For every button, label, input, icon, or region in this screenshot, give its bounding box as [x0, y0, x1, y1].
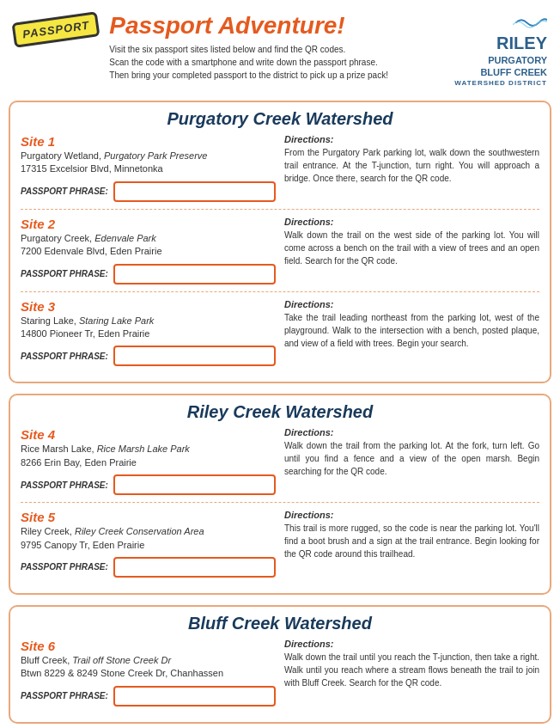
- site-number-0: Site 1: [21, 134, 276, 149]
- passport-phrase-label-1: PASSPORT PHRASE:: [21, 269, 108, 278]
- passport-badge: PASSPORT: [11, 11, 100, 48]
- site-number-0: Site 4: [21, 427, 276, 442]
- passport-phrase-label-0: PASSPORT PHRASE:: [21, 480, 108, 490]
- site-left-site2: Site 2Purgatory Creek, Edenvale Park7200…: [21, 217, 276, 284]
- site-number-1: Site 2: [21, 217, 276, 231]
- passport-phrase-input-0[interactable]: [113, 686, 276, 707]
- passport-phrase-input-0[interactable]: [113, 474, 276, 495]
- site-address-0: 8266 Erin Bay, Eden Prairie: [21, 456, 276, 469]
- directions-text-2: Take the trail leading northeast from th…: [284, 311, 539, 350]
- logo-bluff-creek: BLUFF CREEK: [454, 66, 547, 78]
- site-right-0: Directions:From the Purgatory Park parki…: [284, 134, 539, 202]
- directions-label-0: Directions:: [284, 427, 539, 437]
- passport-phrase-row-2: PASSPORT PHRASE:: [21, 346, 276, 366]
- site-right-0: Directions:Walk down the trail until you…: [284, 639, 539, 707]
- header: PASSPORT Passport Adventure! Visit the s…: [9, 9, 551, 92]
- site-row-site1: Site 1Purgatory Wetland, Purgatory Park …: [21, 134, 539, 210]
- site-number-0: Site 6: [21, 639, 276, 653]
- sites-container-purgatory: Site 1Purgatory Wetland, Purgatory Park …: [10, 134, 550, 373]
- passport-phrase-input-0[interactable]: [113, 181, 276, 202]
- site-name-1: Riley Creek, Riley Creek Conservation Ar…: [21, 525, 276, 538]
- site-right-2: Directions:Take the trail leading northe…: [284, 299, 539, 367]
- subtitle-line1: Visit the six passport sites listed belo…: [109, 45, 345, 54]
- directions-label-1: Directions:: [284, 217, 539, 227]
- site-name-0: Rice Marsh Lake, Rice Marsh Lake Park: [21, 443, 276, 456]
- site-address-0: 17315 Excelsior Blvd, Minnetonka: [21, 162, 276, 175]
- site-name-1: Purgatory Creek, Edenvale Park: [21, 232, 276, 245]
- watershed-title-bluff: Bluff Creek Watershed: [10, 607, 550, 639]
- directions-text-0: From the Purgatory Park parking lot, wal…: [284, 146, 539, 185]
- sites-container-riley: Site 4Rice Marsh Lake, Rice Marsh Lake P…: [10, 427, 550, 584]
- directions-label-0: Directions:: [284, 639, 539, 649]
- passport-phrase-input-2[interactable]: [113, 346, 276, 366]
- subtitle-line3: Then bring your completed passport to th…: [109, 70, 388, 80]
- logo-riley: RILEY: [454, 32, 547, 54]
- site-number-2: Site 3: [21, 299, 276, 314]
- site-right-1: Directions:This trail is more rugged, so…: [284, 510, 539, 578]
- directions-text-1: This trail is more rugged, so the code i…: [284, 522, 539, 560]
- logo-text: RILEY PURGATORY BLUFF CREEK WATERSHED DI…: [454, 32, 547, 88]
- watershed-section-bluff: Bluff Creek WatershedSite 6Bluff Creek, …: [9, 605, 551, 724]
- site-name-0: Purgatory Wetland, Purgatory Park Preser…: [21, 150, 276, 162]
- site-right-1: Directions:Walk down the trail on the we…: [284, 217, 539, 284]
- directions-label-2: Directions:: [284, 299, 539, 309]
- passport-phrase-label-0: PASSPORT PHRASE:: [21, 187, 108, 196]
- passport-phrase-row-0: PASSPORT PHRASE:: [21, 686, 276, 707]
- watershed-section-riley: Riley Creek WatershedSite 4Rice Marsh La…: [9, 394, 551, 595]
- sites-container-bluff: Site 6Bluff Creek, Trail off Stone Creek…: [10, 639, 550, 713]
- site-name-2: Staring Lake, Staring Lake Park: [21, 315, 276, 327]
- header-center: Passport Adventure! Visit the six passpo…: [109, 13, 453, 82]
- passport-phrase-input-1[interactable]: [113, 264, 276, 284]
- header-subtitle: Visit the six passport sites listed belo…: [109, 43, 453, 82]
- logo-purgatory: PURGATORY: [454, 54, 547, 66]
- site-left-site1: Site 1Purgatory Wetland, Purgatory Park …: [21, 134, 276, 202]
- site-row-site4: Site 4Rice Marsh Lake, Rice Marsh Lake P…: [21, 427, 539, 503]
- directions-label-0: Directions:: [284, 134, 539, 144]
- site-left-site3: Site 3Staring Lake, Staring Lake Park148…: [21, 299, 276, 367]
- site-row-site2: Site 2Purgatory Creek, Edenvale Park7200…: [21, 217, 539, 292]
- logo-watershed: WATERSHED DISTRICT: [454, 79, 547, 88]
- passport-phrase-label-0: PASSPORT PHRASE:: [21, 691, 108, 700]
- subtitle-line2: Scan the code with a smartphone and writ…: [109, 58, 377, 67]
- page: PASSPORT Passport Adventure! Visit the s…: [0, 0, 560, 728]
- passport-phrase-row-1: PASSPORT PHRASE:: [21, 557, 276, 578]
- passport-phrase-label-2: PASSPORT PHRASE:: [21, 352, 108, 361]
- site-left-site4: Site 4Rice Marsh Lake, Rice Marsh Lake P…: [21, 427, 276, 495]
- logo-wave-icon: [513, 13, 547, 30]
- header-title: Passport Adventure!: [109, 13, 453, 40]
- directions-text-0: Walk down the trail from the parking lot…: [284, 439, 539, 478]
- site-row-site5: Site 5Riley Creek, Riley Creek Conservat…: [21, 510, 539, 584]
- watershed-section-purgatory: Purgatory Creek WatershedSite 1Purgatory…: [9, 101, 551, 383]
- passport-phrase-input-1[interactable]: [113, 557, 276, 578]
- site-row-site6: Site 6Bluff Creek, Trail off Stone Creek…: [21, 639, 539, 713]
- site-name-0: Bluff Creek, Trail off Stone Creek Dr: [21, 654, 276, 667]
- passport-phrase-label-1: PASSPORT PHRASE:: [21, 562, 108, 572]
- sections-container: Purgatory Creek WatershedSite 1Purgatory…: [9, 101, 551, 724]
- directions-text-1: Walk down the trail on the west side of …: [284, 229, 539, 267]
- directions-label-1: Directions:: [284, 510, 539, 520]
- site-left-site5: Site 5Riley Creek, Riley Creek Conservat…: [21, 510, 276, 578]
- header-logo: RILEY PURGATORY BLUFF CREEK WATERSHED DI…: [453, 13, 547, 88]
- site-address-1: 7200 Edenvale Blvd, Eden Prairie: [21, 245, 276, 258]
- passport-phrase-row-0: PASSPORT PHRASE:: [21, 474, 276, 495]
- site-address-2: 14800 Pioneer Tr, Eden Prairie: [21, 327, 276, 340]
- site-right-0: Directions:Walk down the trail from the …: [284, 427, 539, 495]
- watershed-title-riley: Riley Creek Watershed: [10, 395, 550, 427]
- site-address-0: Btwn 8229 & 8249 Stone Creek Dr, Chanhas…: [21, 667, 276, 680]
- site-number-1: Site 5: [21, 510, 276, 524]
- site-address-1: 9795 Canopy Tr, Eden Prairie: [21, 539, 276, 552]
- passport-phrase-row-1: PASSPORT PHRASE:: [21, 264, 276, 284]
- passport-phrase-row-0: PASSPORT PHRASE:: [21, 181, 276, 202]
- site-left-site6: Site 6Bluff Creek, Trail off Stone Creek…: [21, 639, 276, 707]
- watershed-title-purgatory: Purgatory Creek Watershed: [10, 102, 550, 134]
- site-row-site3: Site 3Staring Lake, Staring Lake Park148…: [21, 299, 539, 374]
- directions-text-0: Walk down the trail until you reach the …: [284, 651, 539, 689]
